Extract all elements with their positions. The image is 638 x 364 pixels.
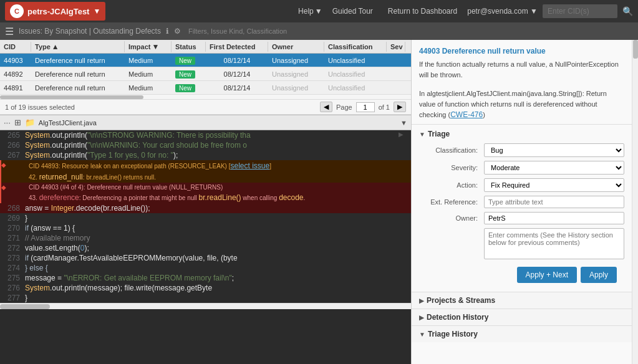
help-menu[interactable]: Help ▼	[298, 7, 322, 16]
defect-description-1: If the function actually returns a null …	[419, 59, 624, 80]
cell-detected: 08/12/14	[206, 55, 268, 65]
table-horizontal-scrollbar[interactable]	[0, 95, 411, 100]
cwe-link[interactable]: CWE-476	[450, 110, 483, 119]
severity-label: Severity:	[419, 164, 481, 171]
select-issue-link[interactable]: select issue	[231, 161, 270, 170]
code-line: 266 System.out.println("\n\nWARNING: You…	[0, 140, 411, 150]
cell-sev	[387, 73, 405, 75]
line-number: 271	[0, 234, 25, 242]
issue-annotation-red-desc: 43. dereference: Dereferencing a pointer…	[0, 192, 411, 203]
selection-summary: 1 of 19 issues selected	[5, 103, 75, 111]
next-page-button[interactable]: ▶	[394, 102, 406, 112]
table-row[interactable]: 44892 Dereference null return Medium New…	[0, 67, 411, 81]
ext-reference-input[interactable]	[484, 196, 624, 208]
projects-streams-section[interactable]: ▶ Projects & Streams	[412, 292, 632, 309]
line-text: System.out.println("\n\nWARNING: Your ca…	[25, 141, 411, 150]
classification-row: Classification: Bug Unclassified False P…	[419, 143, 624, 157]
dropdown-arrow-icon[interactable]: ▼	[400, 119, 407, 127]
cell-cid: 44892	[0, 69, 31, 79]
line-number: 267	[0, 151, 25, 160]
code-line: 276 System.out.println(message); file.wr…	[0, 283, 411, 293]
triage-header[interactable]: ▼ Triage	[419, 130, 624, 138]
triage-history-section[interactable]: ▼ Triage History	[412, 325, 632, 342]
table-row[interactable]: 44891 Dereference null return Medium New…	[0, 81, 411, 95]
owner-label: Owner:	[419, 214, 481, 222]
line-text: }	[25, 214, 411, 223]
page-title: Issues: By Snapshot | Outstanding Defect…	[19, 27, 161, 36]
expand-icon[interactable]: ⊞	[14, 118, 21, 127]
col-header-type[interactable]: Type ▲	[31, 41, 125, 52]
comments-textarea[interactable]	[484, 228, 624, 259]
guided-tour-button[interactable]: Guided Tour	[327, 4, 378, 18]
col-header-detected: First Detected	[206, 42, 268, 52]
detection-history-section[interactable]: ▶ Detection History	[412, 309, 632, 325]
project-dropdown-icon[interactable]: ▼	[93, 7, 100, 16]
owner-input[interactable]	[484, 212, 624, 224]
status-badge: New	[175, 70, 195, 79]
cell-status: New	[172, 55, 206, 65]
user-menu[interactable]: petr@svenda.com ▼	[467, 7, 538, 16]
scrollbar-thumb[interactable]	[633, 40, 638, 59]
logo-icon: C	[10, 4, 24, 18]
code-horizontal-scrollbar[interactable]	[0, 303, 411, 309]
cell-classification: Unclassified	[324, 83, 387, 93]
return-dashboard-button[interactable]: Return to Dashboard	[383, 4, 462, 18]
app-logo[interactable]: C petrs-JCAlgTest ▼	[5, 2, 105, 21]
apply-button[interactable]: Apply	[581, 267, 617, 283]
pagination-bar: 1 of 19 issues selected ◀ Page of 1 ▶	[0, 100, 411, 115]
cell-cid: 44903	[0, 55, 31, 65]
marker-icon: ◆	[1, 184, 6, 191]
info-icon[interactable]: ℹ	[166, 27, 169, 36]
ellipsis-icon[interactable]: ···	[4, 118, 11, 127]
severity-select[interactable]: Moderate Major Minor Critical	[484, 161, 624, 175]
folder-icon[interactable]: 📁	[25, 118, 35, 127]
prev-page-button[interactable]: ◀	[320, 102, 332, 112]
page-number-input[interactable]	[356, 102, 375, 112]
action-label: Action:	[419, 181, 481, 189]
cell-impact: Medium	[125, 83, 172, 93]
sort-icon: ▼	[152, 42, 159, 51]
filter-hint: Filters, Issue Kind, Classification	[188, 27, 287, 35]
scrollbar-thumb[interactable]	[0, 95, 143, 99]
classification-label: Classification:	[419, 146, 481, 154]
line-text: System.out.println(message); file.write(…	[25, 284, 411, 292]
line-text: if (answ == 1) {	[25, 224, 411, 232]
page-label: Page	[336, 103, 352, 111]
line-number: 269	[0, 214, 25, 223]
sort-icon: ▲	[52, 42, 59, 51]
cid-search-input[interactable]	[543, 4, 617, 18]
status-badge: New	[175, 84, 195, 92]
defect-description-2: In algtestjclient.AlgTestJClient.main(ja…	[419, 89, 624, 120]
line-number: 272	[0, 244, 25, 252]
code-line: 274 } else {	[0, 263, 411, 273]
action-select[interactable]: Fix Required Investigate Undecided	[484, 178, 624, 192]
issue-annotation: 42. returned_null: br.readLine() returns…	[0, 171, 411, 183]
ext-reference-row: Ext. Reference:	[419, 196, 624, 208]
scrollbar-thumb[interactable]	[0, 304, 50, 309]
table-row[interactable]: 44903 Dereference null return Medium New…	[0, 54, 411, 67]
gear-icon[interactable]: ⚙	[174, 27, 181, 36]
search-icon[interactable]: 🔍	[622, 6, 633, 16]
apply-next-button[interactable]: Apply + Next	[517, 267, 577, 283]
line-number: 274	[0, 264, 25, 272]
col-header-sev: Sev	[387, 42, 405, 52]
triage-label: Triage	[428, 130, 450, 138]
cell-owner: Unassigned	[268, 55, 324, 65]
classification-select[interactable]: Bug Unclassified False Positive Intentio…	[484, 143, 624, 157]
action-row: Action: Fix Required Investigate Undecid…	[419, 178, 624, 192]
triage-section: ▼ Triage Classification: Bug Unclassifie…	[412, 125, 632, 292]
col-header-impact[interactable]: Impact ▼	[125, 41, 172, 52]
top-navbar: C petrs-JCAlgTest ▼ Help ▼ Guided Tour R…	[0, 0, 638, 22]
code-content[interactable]: 265 System.out.println("\n\nSTRONG WARNI…	[0, 130, 411, 364]
right-panel-scrollbar[interactable]	[632, 40, 638, 364]
cell-cid: 44891	[0, 83, 31, 93]
menu-icon[interactable]: ☰	[5, 26, 14, 37]
triage-collapse-icon: ▼	[419, 131, 425, 138]
expand-icon: ▶	[419, 297, 424, 304]
line-text: if (cardManager.TestAvailableEEPROMMemor…	[25, 254, 411, 262]
detection-history-label: Detection History	[427, 313, 488, 322]
code-area: ··· ⊞ 📁 AlgTestJClient.java ▼ 265 System…	[0, 115, 411, 364]
line-text: } else {	[25, 264, 411, 272]
cell-type: Dereference null return	[31, 69, 125, 79]
project-name: petrs-JCAlgTest	[27, 7, 89, 16]
